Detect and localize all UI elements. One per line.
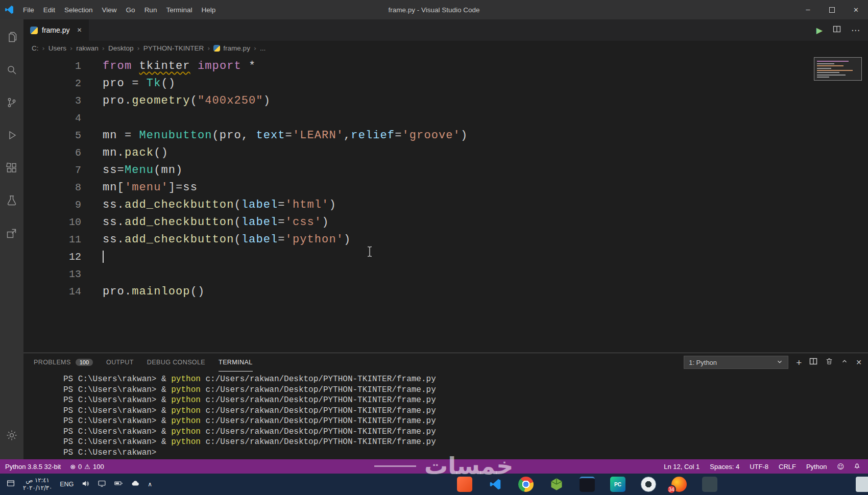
code-line-3[interactable]: 3pro.geometry("400x250") <box>23 92 868 110</box>
run-file-button[interactable]: ▶ <box>816 26 823 35</box>
testing-icon[interactable] <box>0 188 23 213</box>
indentation[interactable]: Spaces: 4 <box>710 463 739 471</box>
encoding[interactable]: UTF-8 <box>750 463 768 471</box>
menu-run[interactable]: Run <box>140 6 162 14</box>
explorer-icon[interactable] <box>0 24 23 50</box>
code-line-11[interactable]: 11ss.add_checkbutton(label='python') <box>23 231 868 249</box>
taskbar-vscode-icon[interactable] <box>488 477 503 492</box>
breadcrumb: C:›Users›rakwan›Desktop›PYTHON-TKINTER›f… <box>23 41 868 55</box>
clock[interactable]: ١٢:٤١ ص ٢٠٢٠/١٢/٣٠ <box>23 477 52 492</box>
breadcrumb-item[interactable]: rakwan <box>76 44 99 52</box>
activity-bar-top <box>0 24 23 253</box>
maximize-panel-button[interactable] <box>841 358 848 367</box>
code-line-12[interactable]: 12 <box>23 249 868 266</box>
breadcrumb-separator: › <box>70 44 73 52</box>
breadcrumb-item[interactable]: PYTHON-TKINTER <box>143 44 204 52</box>
run-debug-icon[interactable] <box>0 122 23 148</box>
feedback-button[interactable]: ☺ <box>837 463 844 471</box>
new-terminal-button[interactable]: + <box>796 358 802 367</box>
taskbar-chrome-icon[interactable] <box>518 477 534 492</box>
code-line-4[interactable]: 4 <box>23 110 868 127</box>
breadcrumb-item[interactable]: Users <box>49 44 66 52</box>
python-interpreter[interactable]: Python 3.8.5 32-bit <box>5 463 61 471</box>
editor-more-actions-button[interactable]: ⋯ <box>851 25 860 35</box>
menu-help[interactable]: Help <box>197 6 220 14</box>
tray-expand-icon[interactable]: ∧ <box>148 481 152 488</box>
minimize-button[interactable]: ─ <box>796 0 820 19</box>
line-number: 5 <box>23 127 81 144</box>
panel-tab-problems[interactable]: PROBLEMS100 <box>34 353 93 372</box>
battery-icon[interactable] <box>114 479 123 490</box>
code-line-5[interactable]: 5mn = Menubutton(pro, text='LEARN',relie… <box>23 127 868 144</box>
breadcrumb-item[interactable]: ... <box>260 44 266 52</box>
panel-tabs: PROBLEMS100OUTPUTDEBUG CONSOLETERMINAL <box>34 353 253 372</box>
split-terminal-button[interactable] <box>809 357 817 367</box>
code-line-13[interactable]: 13 <box>23 266 868 283</box>
code-line-8[interactable]: 8mn['menu']=ss <box>23 179 868 196</box>
eol[interactable]: CRLF <box>779 463 796 471</box>
menu-file[interactable]: File <box>18 6 39 14</box>
code-line-10[interactable]: 10ss.add_checkbutton(label='css') <box>23 214 868 231</box>
split-editor-button[interactable] <box>833 25 841 35</box>
terminal-shell-selector[interactable]: 1: Python <box>684 356 788 369</box>
breadcrumb-item[interactable]: Desktop <box>108 44 134 52</box>
breadcrumb-separator: › <box>207 44 210 52</box>
code-line-14[interactable]: 14pro.mainloop() <box>23 283 868 301</box>
extensions-icon[interactable] <box>0 155 23 181</box>
menu-view[interactable]: View <box>98 6 122 14</box>
breadcrumb-item[interactable]: frame.py <box>213 44 250 52</box>
activity-bar-bottom <box>0 423 23 455</box>
code-line-6[interactable]: 6mn.pack() <box>23 144 868 162</box>
window-controls: ─ ✕ <box>796 0 868 19</box>
menu-selection[interactable]: Selection <box>60 6 98 14</box>
taskbar-camera-icon[interactable] <box>641 477 656 492</box>
cursor-position[interactable]: Ln 12, Col 1 <box>664 463 700 471</box>
tab-close-icon[interactable]: ✕ <box>77 27 82 34</box>
kill-terminal-button[interactable] <box>825 357 833 367</box>
search-icon[interactable] <box>0 57 23 83</box>
minimap[interactable] <box>814 57 862 81</box>
taskbar-browser-icon[interactable]: 34 <box>671 477 687 492</box>
taskbar-console-icon[interactable] <box>580 477 595 492</box>
terminal-line: PS C:\Users\rakwan> & python c:/Users/ra… <box>63 385 868 395</box>
taskbar-orange-app-icon[interactable] <box>457 477 472 492</box>
code-line-2[interactable]: 2pro = Tk() <box>23 75 868 92</box>
line-number: 1 <box>23 58 81 75</box>
menu-terminal[interactable]: Terminal <box>161 6 197 14</box>
panel-tab-terminal[interactable]: TERMINAL <box>219 353 252 372</box>
menu-edit[interactable]: Edit <box>39 6 60 14</box>
display-icon[interactable] <box>98 479 106 490</box>
partial-app-icon[interactable] <box>856 477 868 492</box>
terminal-line: PS C:\Users\rakwan> & python c:/Users/ra… <box>63 395 868 406</box>
panel-tab-debug-console[interactable]: DEBUG CONSOLE <box>147 353 205 372</box>
panel-tab-output[interactable]: OUTPUT <box>106 353 134 372</box>
settings-gear-icon[interactable] <box>0 423 23 448</box>
breadcrumb-item[interactable]: C: <box>32 44 39 52</box>
taskbar-dark-app-icon[interactable] <box>702 477 717 492</box>
code-line-9[interactable]: 9ss.add_checkbutton(label='html') <box>23 196 868 214</box>
warning-count: 100 <box>93 463 104 471</box>
language-mode[interactable]: Python <box>806 463 827 471</box>
code-line-1[interactable]: 1from tkinter import * <box>23 58 868 75</box>
terminal-output[interactable]: PS C:\Users\rakwan> & python c:/Users/ra… <box>23 372 868 459</box>
source-control-icon[interactable] <box>0 90 23 115</box>
tab-frame-py[interactable]: frame.py ✕ <box>23 19 89 41</box>
terminal-line: PS C:\Users\rakwan> & python c:/Users/ra… <box>63 427 868 437</box>
taskbar-pycharm-icon[interactable]: PC <box>610 477 625 492</box>
menu-go[interactable]: Go <box>122 6 140 14</box>
notifications-button[interactable] <box>853 462 861 471</box>
close-panel-button[interactable]: ✕ <box>856 358 862 366</box>
editor-actions: ▶ ⋯ <box>816 19 868 41</box>
problems-status[interactable]: ⊗ 0 ⚠ 100 <box>70 463 104 471</box>
feedback-smiley-icon: ☺ <box>837 463 844 471</box>
maximize-button[interactable] <box>820 0 844 19</box>
cloud-icon[interactable] <box>131 479 140 490</box>
tray-window-icon[interactable] <box>6 479 15 490</box>
code-line-7[interactable]: 7ss=Menu(mn) <box>23 162 868 179</box>
language-indicator[interactable]: ENG <box>60 481 74 488</box>
code-editor[interactable]: 1from tkinter import *2pro = Tk()3pro.ge… <box>23 55 868 353</box>
volume-icon[interactable] <box>81 479 90 490</box>
taskbar-green-cube-icon[interactable] <box>549 477 564 492</box>
close-button[interactable]: ✕ <box>844 0 868 19</box>
remote-icon[interactable] <box>0 220 23 246</box>
